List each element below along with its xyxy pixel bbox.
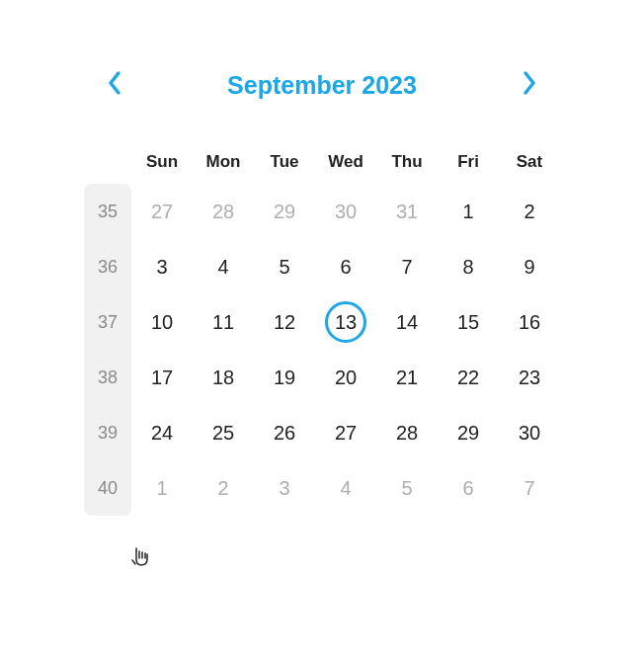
week-number: 37: [84, 294, 131, 350]
day-cell[interactable]: 16: [499, 294, 560, 350]
day-cell[interactable]: 6: [315, 239, 376, 294]
day-number: 1: [462, 201, 473, 223]
day-cell[interactable]: 11: [193, 294, 254, 350]
day-cell[interactable]: 3: [131, 239, 193, 294]
day-cell[interactable]: 24: [131, 405, 193, 460]
day-number: 15: [457, 311, 479, 334]
day-number: 29: [274, 201, 295, 223]
day-cell[interactable]: 31: [376, 184, 438, 239]
day-number: 28: [212, 201, 234, 223]
day-cell[interactable]: 5: [254, 239, 315, 294]
day-number: 17: [151, 367, 173, 389]
day-number: 27: [151, 201, 173, 223]
day-cell[interactable]: 9: [499, 239, 560, 294]
day-number: 23: [519, 367, 540, 389]
day-cell[interactable]: 15: [438, 294, 499, 350]
mouse-cursor-icon: [128, 545, 154, 579]
day-cell[interactable]: 26: [254, 405, 315, 460]
day-of-week-header: Tue: [254, 140, 315, 184]
day-number: 7: [401, 256, 412, 279]
day-number: 18: [212, 367, 234, 389]
day-number: 12: [274, 311, 295, 334]
day-cell[interactable]: 23: [499, 350, 560, 405]
day-cell[interactable]: 12: [254, 294, 315, 350]
day-number: 24: [151, 422, 173, 445]
day-cell[interactable]: 28: [376, 405, 438, 460]
day-cell[interactable]: 22: [438, 350, 499, 405]
next-month-button[interactable]: [514, 69, 545, 101]
day-number: 6: [462, 477, 473, 500]
day-cell[interactable]: 1: [131, 460, 193, 516]
day-cell[interactable]: 1: [438, 184, 499, 239]
day-cell[interactable]: 7: [376, 239, 438, 294]
day-number: 10: [151, 311, 173, 334]
day-cell[interactable]: 27: [131, 184, 193, 239]
day-number: 2: [523, 201, 534, 223]
day-number: 25: [212, 422, 234, 445]
day-number: 20: [335, 367, 357, 389]
day-cell[interactable]: 8: [438, 239, 499, 294]
day-number: 5: [279, 256, 289, 279]
day-cell[interactable]: 27: [315, 405, 376, 460]
month-year-title[interactable]: September 2023: [227, 71, 417, 100]
day-cell[interactable]: 25: [193, 405, 254, 460]
calendar-grid: SunMonTueWedThuFriSat3527282930311236345…: [79, 140, 565, 516]
week-number: 36: [84, 239, 131, 294]
day-cell[interactable]: 2: [499, 184, 560, 239]
day-number: 5: [401, 477, 412, 500]
day-number: 6: [340, 256, 351, 279]
day-cell[interactable]: 13: [315, 294, 376, 350]
day-number: 29: [457, 422, 479, 445]
day-cell[interactable]: 10: [131, 294, 193, 350]
day-cell[interactable]: 3: [254, 460, 315, 516]
chevron-left-icon: [107, 70, 122, 100]
day-cell[interactable]: 30: [499, 405, 560, 460]
day-cell[interactable]: 6: [438, 460, 499, 516]
day-cell[interactable]: 14: [376, 294, 438, 350]
day-cell[interactable]: 17: [131, 350, 193, 405]
grid-corner: [84, 140, 131, 184]
day-cell[interactable]: 4: [193, 239, 254, 294]
day-of-week-header: Mon: [193, 140, 254, 184]
day-of-week-header: Wed: [315, 140, 376, 184]
day-number: 28: [396, 422, 418, 445]
day-number: 16: [519, 311, 540, 334]
day-number: 9: [523, 256, 534, 279]
week-number: 38: [84, 350, 131, 405]
day-cell[interactable]: 29: [254, 184, 315, 239]
day-number: 1: [156, 477, 167, 500]
day-cell[interactable]: 21: [376, 350, 438, 405]
day-of-week-header: Sat: [499, 140, 560, 184]
day-number: 19: [274, 367, 295, 389]
day-cell[interactable]: 18: [193, 350, 254, 405]
day-number: 4: [217, 256, 228, 279]
day-cell[interactable]: 28: [193, 184, 254, 239]
day-cell[interactable]: 29: [438, 405, 499, 460]
prev-month-button[interactable]: [99, 69, 130, 101]
day-number: 21: [396, 367, 418, 389]
day-of-week-header: Sun: [131, 140, 193, 184]
day-cell[interactable]: 4: [315, 460, 376, 516]
day-cell[interactable]: 30: [315, 184, 376, 239]
day-number: 8: [462, 256, 473, 279]
chevron-right-icon: [522, 70, 537, 100]
week-number: 40: [84, 460, 131, 516]
day-cell[interactable]: 20: [315, 350, 376, 405]
day-number: 11: [212, 311, 234, 334]
day-number: 3: [279, 477, 289, 500]
day-number: 26: [274, 422, 295, 445]
day-cell[interactable]: 2: [193, 460, 254, 516]
day-cell[interactable]: 5: [376, 460, 438, 516]
day-number: 7: [523, 477, 534, 500]
today-indicator: [325, 301, 366, 343]
week-number: 39: [84, 405, 131, 460]
day-number: 30: [519, 422, 540, 445]
day-of-week-header: Thu: [376, 140, 438, 184]
day-number: 30: [335, 201, 357, 223]
day-number: 3: [156, 256, 167, 279]
day-cell[interactable]: 19: [254, 350, 315, 405]
day-cell[interactable]: 7: [499, 460, 560, 516]
day-number: 14: [396, 311, 418, 334]
day-number: 22: [457, 367, 479, 389]
day-number: 4: [340, 477, 351, 500]
